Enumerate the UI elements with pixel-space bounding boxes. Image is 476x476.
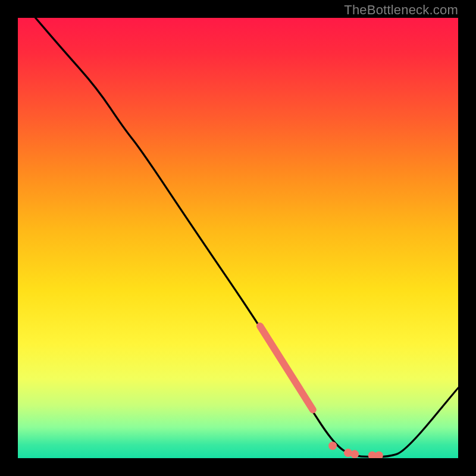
- highlight-segment: [260, 326, 313, 410]
- highlight-dot: [328, 441, 337, 450]
- bottleneck-curve-path: [36, 18, 458, 457]
- highlight-dot: [375, 452, 383, 458]
- plot-area: [18, 18, 458, 458]
- highlight-dot: [350, 450, 359, 458]
- watermark-text: TheBottleneck.com: [344, 2, 458, 18]
- chart-frame: TheBottleneck.com: [0, 0, 476, 476]
- curve-layer: [18, 18, 458, 458]
